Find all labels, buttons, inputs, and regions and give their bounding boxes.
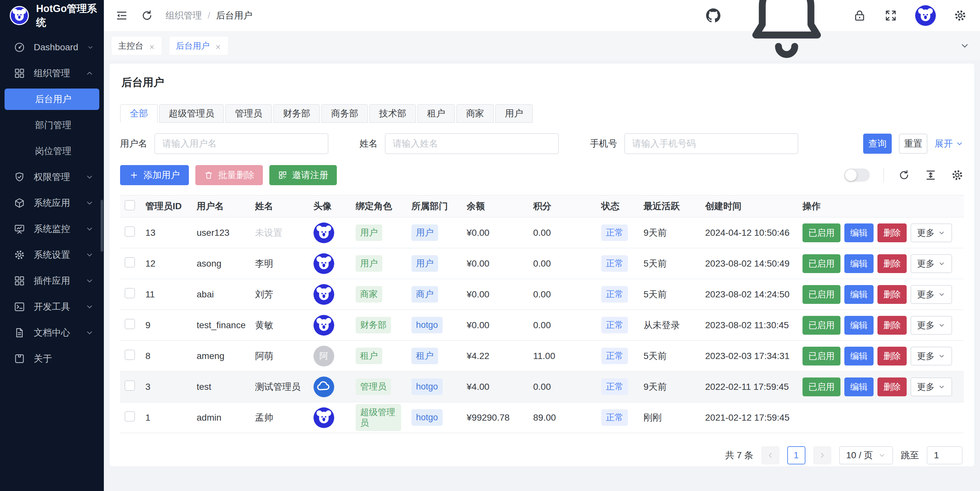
filter-tab-all[interactable]: 全部 — [120, 104, 158, 123]
jump-page-input[interactable] — [927, 446, 963, 464]
sidebar-item-system-settings[interactable]: 系统设置 — [0, 242, 104, 268]
more-button[interactable]: 更多 — [910, 347, 952, 365]
close-icon[interactable] — [149, 43, 155, 49]
sidebar-menu: Dashboard 组织管理 后台用户 部门管理 岗位管理 权限管理 — [0, 31, 104, 372]
more-button[interactable]: 更多 — [910, 316, 952, 335]
filter-tab-merchant[interactable]: 商家 — [456, 104, 494, 123]
plus-icon — [129, 170, 139, 180]
expand-link[interactable]: 展开 — [935, 138, 964, 150]
row-density-icon[interactable] — [924, 168, 937, 182]
enabled-button[interactable]: 已启用 — [802, 254, 840, 273]
filter-tab-business[interactable]: 商务部 — [321, 104, 368, 123]
header-avatar: 头像 — [308, 195, 350, 217]
enabled-button[interactable]: 已启用 — [802, 285, 840, 304]
user-avatar — [313, 284, 334, 305]
enabled-button[interactable]: 已启用 — [802, 224, 840, 242]
users-table: 管理员ID 用户名 姓名 头像 绑定角色 所属部门 余额 积分 状态 最近活跃 … — [120, 195, 964, 433]
filter-tab-tech[interactable]: 技术部 — [369, 104, 416, 123]
page-content: 后台用户 全部 超级管理员 管理员 财务部 商务部 技术部 租户 商家 用户 用… — [104, 60, 980, 491]
invite-register-button[interactable]: 邀请注册 — [269, 165, 337, 185]
row-checkbox[interactable] — [125, 380, 135, 391]
select-all-checkbox[interactable] — [125, 200, 135, 210]
sidebar-item-departments[interactable]: 部门管理 — [0, 112, 104, 138]
sidebar-item-label: 权限管理 — [34, 171, 70, 183]
delete-button[interactable]: 删除 — [877, 316, 907, 335]
name-input[interactable] — [385, 133, 559, 154]
filter-tab-super-admin[interactable]: 超级管理员 — [159, 104, 224, 123]
chevron-down-icon — [938, 321, 946, 329]
page-number-button[interactable]: 1 — [787, 446, 805, 464]
reset-button[interactable]: 重置 — [899, 133, 928, 154]
edit-button[interactable]: 编辑 — [844, 347, 873, 365]
row-checkbox[interactable] — [125, 319, 135, 329]
user-avatar[interactable] — [915, 5, 936, 26]
edit-button[interactable]: 编辑 — [844, 316, 873, 335]
tab-backend-users[interactable]: 后台用户 — [169, 37, 228, 55]
delete-button[interactable]: 删除 — [877, 378, 907, 396]
row-checkbox[interactable] — [125, 350, 135, 360]
filter-tab-finance[interactable]: 财务部 — [273, 104, 320, 123]
delete-button[interactable]: 删除 — [877, 224, 907, 242]
enabled-button[interactable]: 已启用 — [802, 316, 840, 335]
edit-button[interactable]: 编辑 — [844, 254, 873, 273]
enabled-button[interactable]: 已启用 — [802, 378, 840, 396]
batch-delete-button[interactable]: 批量删除 — [195, 165, 263, 185]
sidebar-item-dashboard[interactable]: Dashboard — [0, 34, 104, 60]
page-size-select[interactable]: 10 / 页 — [839, 446, 893, 464]
sidebar-item-system-apps[interactable]: 系统应用 — [0, 190, 104, 216]
reload-icon[interactable] — [897, 168, 910, 182]
page-size-value: 10 / 页 — [846, 449, 873, 461]
sidebar-item-plugins[interactable]: 插件应用 — [0, 268, 104, 294]
sidebar-item-posts[interactable]: 岗位管理 — [0, 138, 104, 164]
username-input[interactable] — [154, 133, 328, 154]
menu-collapse-icon[interactable] — [115, 9, 129, 22]
edit-button[interactable]: 编辑 — [844, 378, 873, 396]
filter-tab-user[interactable]: 用户 — [495, 104, 533, 123]
add-user-button[interactable]: 添加用户 — [120, 165, 189, 185]
next-page-button[interactable] — [813, 446, 831, 464]
row-checkbox[interactable] — [125, 257, 135, 267]
delete-button[interactable]: 删除 — [877, 285, 907, 304]
role-tag: 用户 — [356, 224, 382, 241]
edit-button[interactable]: 编辑 — [844, 285, 873, 304]
name-cell: 刘芳 — [250, 279, 308, 310]
more-button[interactable]: 更多 — [910, 285, 952, 304]
breadcrumb-parent[interactable]: 组织管理 — [165, 10, 202, 22]
sidebar-item-permissions[interactable]: 权限管理 — [0, 164, 104, 190]
row-checkbox[interactable] — [125, 411, 135, 422]
more-button[interactable]: 更多 — [910, 254, 952, 273]
filter-tab-admin[interactable]: 管理员 — [225, 104, 272, 123]
filter-tab-tenant[interactable]: 租户 — [417, 104, 455, 123]
row-checkbox[interactable] — [125, 226, 135, 237]
query-button[interactable]: 查询 — [863, 133, 892, 154]
sidebar-item-org[interactable]: 组织管理 — [0, 60, 104, 86]
row-checkbox[interactable] — [125, 288, 135, 298]
striped-toggle[interactable] — [844, 168, 870, 182]
close-icon[interactable] — [215, 43, 221, 49]
balance-cell: ¥4.22 — [461, 340, 528, 371]
more-button[interactable]: 更多 — [910, 378, 952, 396]
sidebar-item-docs[interactable]: 文档中心 — [0, 320, 104, 346]
sidebar-item-system-monitor[interactable]: 系统监控 — [0, 216, 104, 242]
column-settings-icon[interactable] — [951, 168, 964, 182]
delete-button[interactable]: 删除 — [877, 254, 907, 273]
gear-icon[interactable] — [953, 9, 967, 22]
fullscreen-icon[interactable] — [884, 9, 897, 22]
sidebar-item-backend-users[interactable]: 后台用户 — [5, 89, 99, 110]
sidebar-scrollbar[interactable] — [100, 200, 103, 252]
prev-page-button[interactable] — [761, 446, 780, 464]
refresh-icon[interactable] — [140, 9, 154, 22]
chevron-down-icon[interactable] — [959, 40, 970, 51]
sidebar-item-about[interactable]: 关于 — [0, 346, 104, 372]
phone-input[interactable] — [624, 133, 798, 154]
tab-console[interactable]: 主控台 — [111, 37, 162, 55]
breadcrumb: 组织管理 / 后台用户 — [165, 10, 253, 22]
bell-icon[interactable] — [738, 0, 835, 64]
more-button[interactable]: 更多 — [910, 224, 952, 242]
github-icon[interactable] — [706, 8, 721, 23]
sidebar-item-dev-tools[interactable]: 开发工具 — [0, 294, 104, 320]
lock-icon[interactable] — [853, 9, 866, 22]
delete-button[interactable]: 删除 — [877, 347, 907, 365]
enabled-button[interactable]: 已启用 — [802, 347, 840, 365]
edit-button[interactable]: 编辑 — [844, 224, 873, 242]
